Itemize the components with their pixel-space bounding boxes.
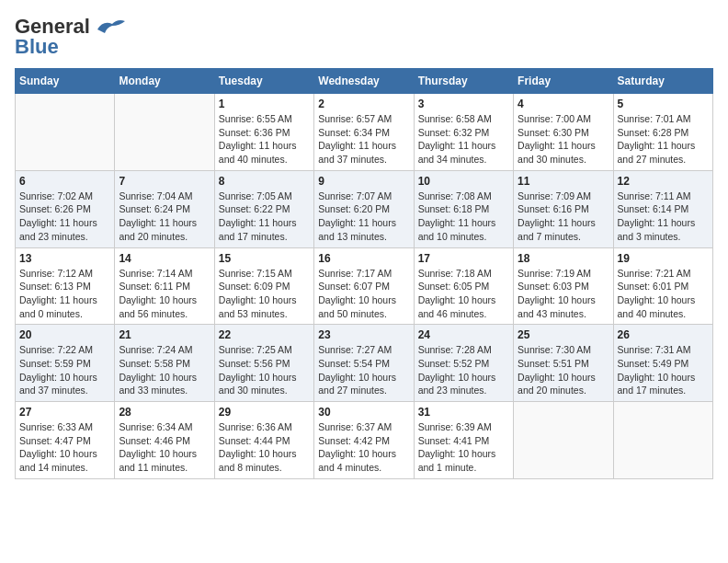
day-info: Sunrise: 6:57 AM Sunset: 6:34 PM Dayligh…	[318, 112, 409, 167]
calendar-week-row: 1Sunrise: 6:55 AM Sunset: 6:36 PM Daylig…	[16, 94, 713, 171]
day-info: Sunrise: 7:22 AM Sunset: 5:59 PM Dayligh…	[19, 343, 110, 397]
calendar-cell: 9Sunrise: 7:07 AM Sunset: 6:20 PM Daylig…	[314, 170, 414, 247]
day-number: 1	[219, 98, 310, 110]
day-number: 10	[418, 175, 509, 188]
day-info: Sunrise: 7:18 AM Sunset: 6:05 PM Dayligh…	[418, 267, 509, 321]
calendar-week-row: 6Sunrise: 7:02 AM Sunset: 6:26 PM Daylig…	[16, 170, 713, 247]
calendar-cell: 15Sunrise: 7:15 AM Sunset: 6:09 PM Dayli…	[214, 247, 313, 325]
weekday-header-friday: Friday	[514, 69, 613, 94]
logo-text-blue: Blue	[15, 35, 59, 59]
day-number: 6	[19, 175, 110, 188]
calendar-cell: 16Sunrise: 7:17 AM Sunset: 6:07 PM Dayli…	[314, 247, 414, 325]
day-info: Sunrise: 7:12 AM Sunset: 6:13 PM Dayligh…	[19, 267, 110, 321]
weekday-header-saturday: Saturday	[613, 69, 712, 94]
day-number: 4	[518, 98, 609, 110]
day-info: Sunrise: 6:39 AM Sunset: 4:41 PM Dayligh…	[418, 420, 509, 475]
calendar-cell: 26Sunrise: 7:31 AM Sunset: 5:49 PM Dayli…	[613, 325, 712, 402]
day-info: Sunrise: 7:14 AM Sunset: 6:11 PM Dayligh…	[119, 267, 210, 321]
calendar-cell: 12Sunrise: 7:11 AM Sunset: 6:14 PM Dayli…	[613, 170, 712, 247]
day-info: Sunrise: 7:01 AM Sunset: 6:28 PM Dayligh…	[618, 112, 709, 167]
day-number: 14	[119, 252, 210, 265]
day-info: Sunrise: 6:36 AM Sunset: 4:44 PM Dayligh…	[219, 420, 310, 475]
day-number: 12	[618, 175, 709, 188]
calendar-cell: 20Sunrise: 7:22 AM Sunset: 5:59 PM Dayli…	[16, 325, 115, 402]
day-number: 18	[518, 252, 609, 265]
day-info: Sunrise: 6:34 AM Sunset: 4:46 PM Dayligh…	[119, 420, 210, 475]
weekday-header-thursday: Thursday	[414, 69, 513, 94]
day-info: Sunrise: 6:37 AM Sunset: 4:42 PM Dayligh…	[318, 420, 409, 475]
day-info: Sunrise: 7:24 AM Sunset: 5:58 PM Dayligh…	[119, 343, 210, 397]
day-info: Sunrise: 6:33 AM Sunset: 4:47 PM Dayligh…	[19, 420, 110, 475]
day-number: 13	[19, 252, 110, 265]
calendar-cell: 19Sunrise: 7:21 AM Sunset: 6:01 PM Dayli…	[613, 247, 712, 325]
day-info: Sunrise: 7:09 AM Sunset: 6:16 PM Dayligh…	[518, 190, 609, 244]
day-number: 7	[119, 175, 210, 188]
day-number: 11	[518, 175, 609, 188]
calendar-cell: 14Sunrise: 7:14 AM Sunset: 6:11 PM Dayli…	[115, 247, 214, 325]
calendar-cell: 25Sunrise: 7:30 AM Sunset: 5:51 PM Dayli…	[514, 325, 613, 402]
calendar-cell	[613, 402, 712, 479]
day-number: 28	[119, 406, 210, 419]
day-number: 30	[318, 406, 409, 419]
weekday-header-tuesday: Tuesday	[214, 69, 313, 94]
day-number: 16	[318, 252, 409, 265]
day-info: Sunrise: 7:28 AM Sunset: 5:52 PM Dayligh…	[418, 343, 509, 397]
calendar-cell: 10Sunrise: 7:08 AM Sunset: 6:18 PM Dayli…	[414, 170, 513, 247]
day-info: Sunrise: 7:27 AM Sunset: 5:54 PM Dayligh…	[318, 343, 409, 397]
calendar-cell: 8Sunrise: 7:05 AM Sunset: 6:22 PM Daylig…	[214, 170, 313, 247]
day-info: Sunrise: 6:58 AM Sunset: 6:32 PM Dayligh…	[418, 112, 509, 167]
calendar-cell: 18Sunrise: 7:19 AM Sunset: 6:03 PM Dayli…	[514, 247, 613, 325]
calendar-header-row: SundayMondayTuesdayWednesdayThursdayFrid…	[16, 69, 713, 94]
weekday-header-sunday: Sunday	[16, 69, 115, 94]
weekday-header-wednesday: Wednesday	[314, 69, 414, 94]
day-number: 29	[219, 406, 310, 419]
day-info: Sunrise: 7:08 AM Sunset: 6:18 PM Dayligh…	[418, 190, 509, 244]
day-number: 17	[418, 252, 509, 265]
day-info: Sunrise: 7:31 AM Sunset: 5:49 PM Dayligh…	[618, 343, 709, 397]
day-info: Sunrise: 6:55 AM Sunset: 6:36 PM Dayligh…	[219, 112, 310, 167]
calendar-cell: 6Sunrise: 7:02 AM Sunset: 6:26 PM Daylig…	[16, 170, 115, 247]
calendar-cell: 29Sunrise: 6:36 AM Sunset: 4:44 PM Dayli…	[214, 402, 313, 479]
calendar-cell: 5Sunrise: 7:01 AM Sunset: 6:28 PM Daylig…	[613, 94, 712, 171]
calendar-cell: 13Sunrise: 7:12 AM Sunset: 6:13 PM Dayli…	[16, 247, 115, 325]
day-number: 27	[19, 406, 110, 419]
day-info: Sunrise: 7:11 AM Sunset: 6:14 PM Dayligh…	[618, 190, 709, 244]
logo: General Blue	[15, 15, 127, 59]
calendar-cell: 30Sunrise: 6:37 AM Sunset: 4:42 PM Dayli…	[314, 402, 414, 479]
day-info: Sunrise: 7:17 AM Sunset: 6:07 PM Dayligh…	[318, 267, 409, 321]
calendar-cell: 28Sunrise: 6:34 AM Sunset: 4:46 PM Dayli…	[115, 402, 214, 479]
weekday-header-monday: Monday	[115, 69, 214, 94]
calendar-cell: 17Sunrise: 7:18 AM Sunset: 6:05 PM Dayli…	[414, 247, 513, 325]
day-number: 25	[518, 328, 609, 341]
day-number: 5	[618, 98, 709, 110]
calendar-cell: 1Sunrise: 6:55 AM Sunset: 6:36 PM Daylig…	[214, 94, 313, 171]
calendar-cell: 22Sunrise: 7:25 AM Sunset: 5:56 PM Dayli…	[214, 325, 313, 402]
day-number: 22	[219, 328, 310, 341]
calendar-table: SundayMondayTuesdayWednesdayThursdayFrid…	[15, 68, 713, 479]
day-info: Sunrise: 7:21 AM Sunset: 6:01 PM Dayligh…	[618, 267, 709, 321]
day-info: Sunrise: 7:15 AM Sunset: 6:09 PM Dayligh…	[219, 267, 310, 321]
calendar-cell: 7Sunrise: 7:04 AM Sunset: 6:24 PM Daylig…	[115, 170, 214, 247]
day-number: 23	[318, 328, 409, 341]
calendar-cell: 27Sunrise: 6:33 AM Sunset: 4:47 PM Dayli…	[16, 402, 115, 479]
day-info: Sunrise: 7:07 AM Sunset: 6:20 PM Dayligh…	[318, 190, 409, 244]
day-number: 21	[119, 328, 210, 341]
calendar-week-row: 27Sunrise: 6:33 AM Sunset: 4:47 PM Dayli…	[16, 402, 713, 479]
calendar-cell	[115, 94, 214, 171]
page-header: General Blue	[15, 15, 713, 59]
day-info: Sunrise: 7:02 AM Sunset: 6:26 PM Dayligh…	[19, 190, 110, 244]
calendar-cell	[514, 402, 613, 479]
day-number: 31	[418, 406, 509, 419]
day-number: 3	[418, 98, 509, 110]
day-info: Sunrise: 7:19 AM Sunset: 6:03 PM Dayligh…	[518, 267, 609, 321]
day-number: 19	[618, 252, 709, 265]
day-number: 8	[219, 175, 310, 188]
calendar-week-row: 20Sunrise: 7:22 AM Sunset: 5:59 PM Dayli…	[16, 325, 713, 402]
day-number: 26	[618, 328, 709, 341]
day-info: Sunrise: 7:25 AM Sunset: 5:56 PM Dayligh…	[219, 343, 310, 397]
day-number: 2	[318, 98, 409, 110]
day-info: Sunrise: 7:00 AM Sunset: 6:30 PM Dayligh…	[518, 112, 609, 167]
calendar-cell: 23Sunrise: 7:27 AM Sunset: 5:54 PM Dayli…	[314, 325, 414, 402]
calendar-cell: 3Sunrise: 6:58 AM Sunset: 6:32 PM Daylig…	[414, 94, 513, 171]
day-info: Sunrise: 7:04 AM Sunset: 6:24 PM Dayligh…	[119, 190, 210, 244]
